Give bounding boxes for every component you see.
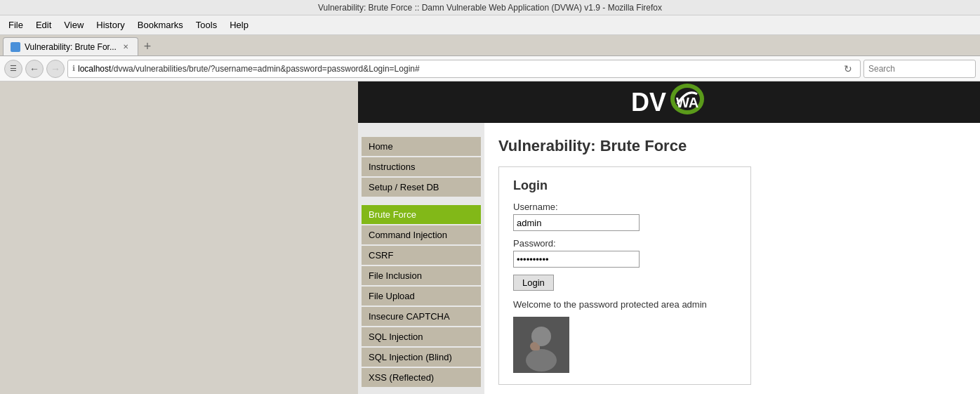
title-bar: Vulnerability: Brute Force :: Damn Vulne… xyxy=(0,0,980,15)
logo-dv: DV xyxy=(631,88,666,117)
menu-edit[interactable]: Edit xyxy=(30,18,57,32)
svg-rect-6 xyxy=(531,345,540,350)
refresh-button[interactable]: ↻ xyxy=(840,61,856,77)
sidebar-item-insecure-captcha[interactable]: Insecure CAPTCHA xyxy=(362,307,481,326)
username-input[interactable] xyxy=(513,214,640,231)
sidebar-item-instructions[interactable]: Instructions xyxy=(362,157,481,176)
username-label: Username: xyxy=(513,202,736,212)
login-box: Login Username: Password: Login Welcome … xyxy=(498,166,751,385)
new-tab-button[interactable]: + xyxy=(138,37,157,55)
url-display: localhost/dvwa/vulnerabilities/brute/?us… xyxy=(78,64,840,74)
menu-bar: File Edit View History Bookmarks Tools H… xyxy=(0,15,980,35)
menu-help[interactable]: Help xyxy=(224,18,254,32)
page-content: DV WA Home Instructions xyxy=(0,81,980,394)
menu-history[interactable]: History xyxy=(91,18,130,32)
password-input[interactable] xyxy=(513,251,640,268)
back-button[interactable]: ← xyxy=(25,60,44,78)
sidebar-item-sql-injection-blind[interactable]: SQL Injection (Blind) xyxy=(362,348,481,367)
tab-bar: Vulnerability: Brute For... ✕ + xyxy=(0,35,980,56)
forward-button[interactable]: → xyxy=(46,60,65,78)
dvwa-logo: DV WA xyxy=(631,81,707,123)
avatar-image xyxy=(513,317,569,373)
welcome-message: Welcome to the password protected area a… xyxy=(513,299,736,310)
page-title: Vulnerability: Brute Force xyxy=(498,137,966,155)
sidebar-item-home[interactable]: Home xyxy=(362,137,481,156)
main-content: Home Instructions Setup / Reset DB Brute… xyxy=(358,123,980,394)
user-avatar xyxy=(513,317,569,373)
menu-bookmarks[interactable]: Bookmarks xyxy=(132,18,189,32)
tab-label: Vulnerability: Brute For... xyxy=(25,42,117,52)
url-bar[interactable]: ℹ localhost/dvwa/vulnerabilities/brute/?… xyxy=(67,60,861,78)
security-icon: ℹ xyxy=(72,64,75,73)
address-bar: ☰ ← → ℹ localhost/dvwa/vulnerabilities/b… xyxy=(0,56,980,81)
left-spacer xyxy=(0,81,358,394)
sidebar-item-command-injection[interactable]: Command Injection xyxy=(362,225,481,244)
menu-file[interactable]: File xyxy=(3,18,29,32)
sidebar-item-xss-reflected[interactable]: XSS (Reflected) xyxy=(362,368,481,387)
svg-point-4 xyxy=(526,349,557,372)
tab-close-button[interactable]: ✕ xyxy=(121,42,131,52)
profile-button[interactable]: ☰ xyxy=(4,60,22,78)
sidebar-item-file-upload[interactable]: File Upload xyxy=(362,287,481,306)
sidebar-item-setup[interactable]: Setup / Reset DB xyxy=(362,178,481,197)
menu-view[interactable]: View xyxy=(58,18,89,32)
sidebar-item-sql-injection[interactable]: SQL Injection xyxy=(362,327,481,346)
sidebar-item-csrf[interactable]: CSRF xyxy=(362,246,481,265)
sidebar: Home Instructions Setup / Reset DB Brute… xyxy=(358,123,484,394)
window-title: Vulnerability: Brute Force :: Damn Vulne… xyxy=(318,3,662,13)
tab-favicon xyxy=(11,42,20,52)
sidebar-item-brute-force[interactable]: Brute Force xyxy=(362,205,481,224)
content-area: DV WA Home Instructions xyxy=(358,81,980,394)
menu-tools[interactable]: Tools xyxy=(190,18,223,32)
search-input[interactable] xyxy=(863,60,976,78)
sidebar-item-file-inclusion[interactable]: File Inclusion xyxy=(362,266,481,285)
active-tab[interactable]: Vulnerability: Brute For... ✕ xyxy=(3,37,138,55)
login-button[interactable]: Login xyxy=(513,275,554,291)
login-title: Login xyxy=(513,178,736,193)
password-label: Password: xyxy=(513,238,736,249)
logo-wa: WA xyxy=(676,94,698,110)
dvwa-header: DV WA xyxy=(358,81,980,123)
main-panel: Vulnerability: Brute Force Login Usernam… xyxy=(484,123,980,394)
